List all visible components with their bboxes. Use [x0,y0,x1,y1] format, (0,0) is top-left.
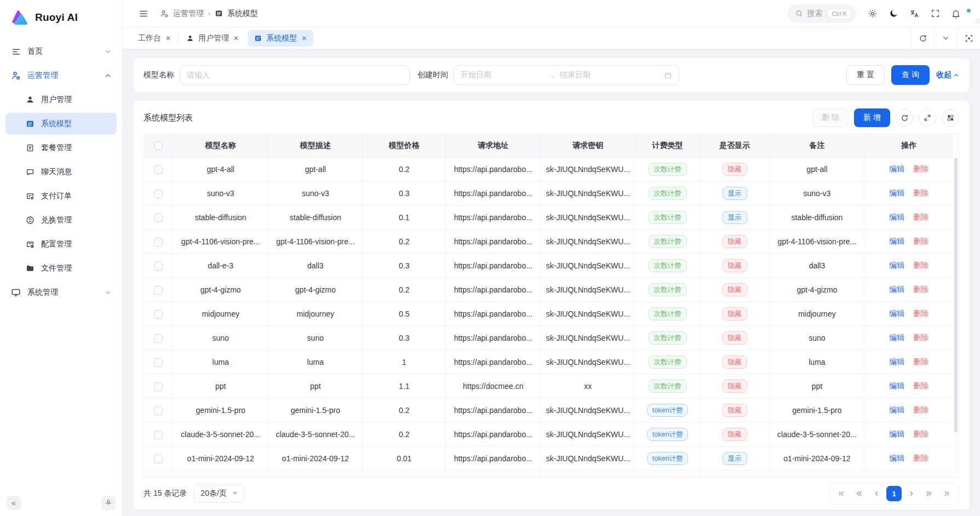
cell-actions: 编辑删除 [864,446,953,471]
sidebar-item-exchange-mgmt[interactable]: 兑换管理 [5,209,117,231]
row-checkbox[interactable] [154,165,163,174]
tab-user-mgmt[interactable]: 用户管理 ✕ [180,30,245,47]
row-checkbox[interactable] [154,431,163,439]
focus-mode-icon[interactable] [957,27,980,49]
delete-link[interactable]: 删除 [913,164,929,173]
row-checkbox[interactable] [154,382,163,391]
arrow-right-icon: → [548,71,555,79]
edit-link[interactable]: 编辑 [889,454,904,462]
edit-link[interactable]: 编辑 [889,381,904,390]
column-header: 请求地址 [446,134,541,157]
visibility-badge: 显示 [723,452,747,466]
delete-link[interactable]: 删除 [913,381,929,390]
moon-icon[interactable] [885,5,902,22]
refresh-icon[interactable] [896,109,913,127]
billing-type-badge: 次数计费 [649,235,687,249]
row-checkbox[interactable] [154,214,163,222]
sidebar-item-chat-messages[interactable]: 聊天消息 [5,161,117,183]
prev-page-button[interactable] [869,486,884,501]
sidebar-item-file-mgmt[interactable]: 文件管理 [5,257,117,279]
row-checkbox[interactable] [154,406,163,415]
next-group-button[interactable] [921,486,937,501]
row-checkbox[interactable] [154,286,163,295]
breadcrumb-item[interactable]: 运营管理 [173,9,204,19]
edit-link[interactable]: 编辑 [889,188,904,197]
fullscreen-icon[interactable] [926,5,944,22]
sidebar-item-user-mgmt[interactable]: 用户管理 [5,89,117,111]
tab-workbench[interactable]: 工作台 ✕ [131,30,177,47]
tab-system-model[interactable]: 系统模型 ✕ [248,30,313,47]
create-time-label: 创建时间 [417,70,448,80]
edit-link[interactable]: 编辑 [889,237,904,245]
gear-icon[interactable] [864,5,881,22]
reset-button[interactable]: 重 置 [846,65,885,85]
query-button[interactable]: 查 询 [891,65,930,85]
add-button[interactable]: 新 增 [854,108,890,127]
chevron-down-icon[interactable] [934,27,957,49]
edit-link[interactable]: 编辑 [889,213,904,221]
model-name-input[interactable] [180,65,410,85]
row-checkbox[interactable] [154,262,163,271]
column-settings-icon[interactable] [942,109,959,127]
visibility-badge: 隐藏 [723,283,747,297]
sidebar-item-home[interactable]: 首页 [5,41,117,62]
prev-group-button[interactable] [851,486,867,501]
next-page-button[interactable] [904,486,919,501]
date-range-input[interactable]: 开始日期 → 结束日期 [454,65,679,85]
hamburger-icon[interactable] [135,5,152,22]
edit-link[interactable]: 编辑 [889,309,904,318]
delete-link[interactable]: 删除 [913,188,929,197]
cell-model-name: luma [173,350,268,374]
refresh-icon[interactable] [911,27,934,49]
page-size-select[interactable]: 20条/页 [193,485,244,502]
sidebar-item-payment-orders[interactable]: 支付订单 [5,185,117,207]
delete-link[interactable]: 删除 [913,237,929,245]
row-checkbox[interactable] [154,310,163,319]
row-checkbox[interactable] [154,190,163,198]
pin-icon[interactable] [101,496,116,510]
delete-link[interactable]: 删除 [913,285,929,294]
edit-link[interactable]: 编辑 [889,357,904,366]
delete-link[interactable]: 删除 [913,454,929,462]
first-page-button[interactable] [834,486,849,501]
sidebar-item-package-mgmt[interactable]: 套餐管理 [5,137,117,159]
row-checkbox[interactable] [154,334,163,343]
sidebar-item-system-model[interactable]: 系统模型 [5,113,117,135]
edit-link[interactable]: 编辑 [889,261,904,270]
sidebar-item-system-mgmt[interactable]: 系统管理 [5,282,117,303]
cell-model-price: 0.2 [363,398,446,422]
delete-link[interactable]: 删除 [913,333,929,342]
close-icon[interactable]: ✕ [165,35,171,42]
delete-link[interactable]: 删除 [913,261,929,270]
edit-link[interactable]: 编辑 [889,333,904,342]
sidebar-item-config-mgmt[interactable]: 配置管理 [5,233,117,255]
current-page[interactable]: 1 [886,486,902,501]
delete-link[interactable]: 删除 [913,309,929,318]
logo[interactable]: Ruoyi AI [0,0,122,35]
scrollbar-thumb[interactable] [954,158,958,432]
close-icon[interactable]: ✕ [301,35,307,42]
delete-link[interactable]: 删除 [913,429,929,438]
edit-link[interactable]: 编辑 [889,429,904,438]
last-page-button[interactable] [939,486,954,501]
collapse-filter-link[interactable]: 收起 [936,70,959,80]
translate-icon[interactable] [906,5,923,22]
delete-link[interactable]: 删除 [913,405,929,414]
delete-link[interactable]: 删除 [913,357,929,366]
edit-link[interactable]: 编辑 [889,164,904,173]
edit-link[interactable]: 编辑 [889,405,904,414]
expand-icon[interactable] [919,109,936,127]
row-checkbox[interactable] [154,238,163,246]
collapse-sidebar-button[interactable]: « [7,496,21,510]
close-icon[interactable]: ✕ [233,35,239,42]
global-search[interactable]: 搜索 Ctrl K [787,4,857,23]
sidebar-item-operations[interactable]: 运营管理 [5,65,117,87]
row-checkbox[interactable] [154,358,163,367]
row-checkbox[interactable] [154,455,163,463]
bell-icon[interactable] [947,5,965,22]
delete-button[interactable]: 删 除 [812,108,849,127]
select-all-checkbox[interactable] [154,141,163,150]
cell-model-price: 0.2 [363,422,446,446]
delete-link[interactable]: 删除 [913,213,929,221]
edit-link[interactable]: 编辑 [889,285,904,294]
